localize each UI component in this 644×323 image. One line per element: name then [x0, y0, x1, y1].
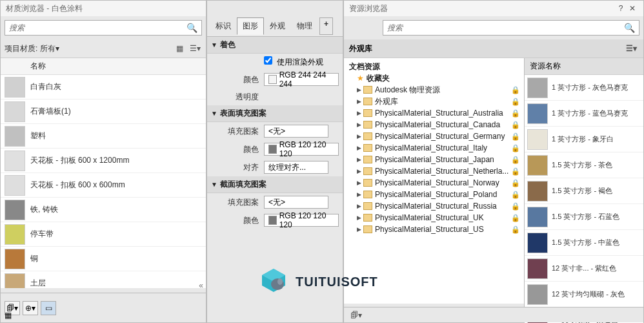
- property-sections: ▼着色 使用渲染外观颜色RGB 244 244 244透明度▼表面填充图案填充图…: [207, 37, 343, 229]
- tree-folder[interactable]: ▶PhysicalMaterial_Structural_Canada🔒: [347, 119, 521, 130]
- chevron-right-icon: ▶: [357, 226, 363, 233]
- material-thumb: [5, 249, 25, 269]
- property-row: 颜色RGB 120 120 120: [207, 211, 343, 229]
- asset-thumb: [527, 207, 548, 227]
- collapse-icon[interactable]: «: [199, 281, 203, 290]
- right-search-box[interactable]: 🔍: [383, 20, 639, 36]
- chevron-right-icon: ▶: [357, 203, 363, 209]
- material-list[interactable]: 白青白灰石膏墙板(1)塑料天花板 - 扣板 600 x 1200mm天花板 - …: [1, 75, 206, 288]
- name-column-header[interactable]: 名称: [30, 61, 46, 72]
- chevron-right-icon: ▶: [357, 145, 363, 151]
- asset-name: 1.5 英寸方形 - 褐色: [552, 186, 612, 196]
- section-header[interactable]: ▼截面填充图案: [207, 176, 343, 193]
- section-title: 截面填充图案: [220, 179, 267, 190]
- library-dropdown-icon[interactable]: 🗐▾: [349, 309, 363, 322]
- view-list-icon[interactable]: ☰▾: [624, 42, 638, 55]
- asset-item[interactable]: 12 英寸均匀顺砌 - 灰色: [525, 282, 643, 307]
- asset-name-header[interactable]: 资源名称: [530, 61, 561, 72]
- property-label: 颜色: [211, 144, 264, 155]
- lock-icon: 🔒: [511, 191, 520, 199]
- asset-item[interactable]: 1.5 英寸方形 - 褐色: [525, 178, 643, 204]
- asset-list-header: 资源名称: [525, 58, 643, 75]
- color-chip[interactable]: RGB 120 120 120: [264, 214, 339, 227]
- tree-folder[interactable]: ▶PhysicalMaterial_Structural_Poland🔒: [347, 189, 521, 200]
- asset-item[interactable]: 1 英寸方形 - 灰色马赛克: [525, 75, 643, 101]
- add-material-icon[interactable]: ⊕▾: [23, 301, 38, 315]
- material-item[interactable]: 铜: [1, 247, 206, 271]
- left-bottom-toolbar: 🗐▾ ⊕▾ ▭: [1, 293, 206, 322]
- material-item[interactable]: 停车带: [1, 222, 206, 247]
- property-label: 颜色: [211, 74, 264, 85]
- tab-标识[interactable]: 标识: [210, 17, 237, 35]
- lock-icon: 🔒: [511, 121, 520, 129]
- chevron-right-icon: ▶: [357, 214, 363, 221]
- grid-layout-icon[interactable]: ▦: [5, 311, 12, 320]
- material-thumb: [5, 175, 25, 196]
- color-value: RGB 120 120 120: [279, 211, 334, 229]
- chevron-right-icon: ▶: [357, 87, 363, 93]
- tree-folder[interactable]: ▶PhysicalMaterial_Structural_Netherla...…: [347, 165, 521, 177]
- section-header[interactable]: ▼表面填充图案: [207, 105, 343, 122]
- asset-item[interactable]: 1.5 英寸方形 - 茶色: [525, 152, 643, 178]
- material-item[interactable]: 白青白灰: [1, 75, 206, 99]
- filter-dropdown-icon[interactable]: ▾: [55, 44, 59, 53]
- asset-item[interactable]: 1.5 英寸方形 - 石蓝色: [525, 204, 643, 230]
- tab-物理[interactable]: 物理: [291, 17, 318, 35]
- color-chip[interactable]: RGB 244 244 244: [264, 73, 339, 86]
- material-thumb: [5, 126, 25, 147]
- material-item[interactable]: 塑料: [1, 124, 206, 149]
- asset-name: 1.5 英寸方形 - 中蓝色: [552, 238, 619, 247]
- right-search-input[interactable]: [387, 23, 624, 32]
- value-chip[interactable]: <无>: [264, 196, 328, 209]
- tree-folder[interactable]: ▶PhysicalMaterial_Structural_Russia🔒: [347, 200, 521, 212]
- help-button[interactable]: ?: [615, 4, 627, 13]
- material-item[interactable]: 铁, 铸铁: [1, 198, 206, 222]
- value-chip[interactable]: <无>: [264, 125, 328, 138]
- material-list-header: 名称: [1, 58, 206, 75]
- tree-folder[interactable]: ▶PhysicalMaterial_Structural_UK🔒: [347, 212, 521, 224]
- asset-item[interactable]: 12 英寸非... - 紫红色: [525, 256, 643, 282]
- color-swatch: [268, 145, 277, 154]
- asset-item[interactable]: 1.5 英寸方形 - 中蓝色: [525, 230, 643, 256]
- view-grid-icon[interactable]: ▦: [172, 42, 186, 55]
- tree-folder[interactable]: ▶PhysicalMaterial_Structural_US🔒: [347, 224, 521, 235]
- folder-name: PhysicalMaterial_Structural_Poland: [375, 190, 511, 199]
- left-titlebar: 材质浏览器 - 白色涂料: [1, 1, 206, 16]
- tree-folder[interactable]: ▶PhysicalMaterial_Structural_Germany🔒: [347, 130, 521, 142]
- asset-list[interactable]: 1 英寸方形 - 灰色马赛克1 英寸方形 - 蓝色马赛克1 英寸方形 - 象牙白…: [525, 75, 643, 323]
- tab-图形[interactable]: 图形: [237, 17, 264, 35]
- color-swatch: [268, 216, 277, 225]
- value-chip[interactable]: 纹理对齐...: [264, 161, 328, 174]
- tab-外观[interactable]: 外观: [264, 17, 291, 35]
- asset-item[interactable]: 1 英寸方形 - 象牙白: [525, 127, 643, 152]
- tree-folder[interactable]: ▶Autodesk 物理资源🔒: [347, 84, 521, 96]
- material-item[interactable]: 天花板 - 扣板 600 x 1200mm: [1, 149, 206, 173]
- folder-icon: [363, 167, 372, 175]
- use-render-checkbox[interactable]: [264, 56, 272, 65]
- color-chip[interactable]: RGB 120 120 120: [264, 143, 339, 156]
- tree-folder[interactable]: ▶PhysicalMaterial_Structural_Australia🔒: [347, 107, 521, 119]
- section-header[interactable]: ▼着色: [207, 37, 343, 54]
- chevron-right-icon: ▶: [357, 191, 363, 198]
- tree-folder[interactable]: ▶外观库🔒: [347, 96, 521, 107]
- material-thumb: [5, 224, 25, 245]
- material-item[interactable]: 土层: [1, 271, 206, 288]
- folder-name: PhysicalMaterial_Structural_Germany: [375, 132, 511, 141]
- tree-root[interactable]: 文档资源: [347, 61, 521, 72]
- close-button[interactable]: ✕: [627, 4, 638, 13]
- view-list-icon[interactable]: ☰▾: [188, 42, 202, 55]
- tree-folder[interactable]: ▶PhysicalMaterial_Structural_Norway🔒: [347, 177, 521, 189]
- open-panel-icon[interactable]: ▭: [41, 301, 56, 315]
- left-search-input[interactable]: [9, 23, 186, 32]
- material-item[interactable]: 石膏墙板(1): [1, 99, 206, 124]
- chevron-right-icon: ▶: [357, 180, 363, 186]
- add-tab-button[interactable]: +: [319, 17, 333, 35]
- material-item[interactable]: 天花板 - 扣板 600 x 600mm: [1, 173, 206, 198]
- tree-folder[interactable]: ▶PhysicalMaterial_Structural_Japan🔒: [347, 154, 521, 165]
- tree-folder[interactable]: ▶PhysicalMaterial_Structural_Italy🔒: [347, 142, 521, 154]
- asset-item[interactable]: 1 英寸方形 - 蓝色马赛克: [525, 101, 643, 127]
- left-search-box[interactable]: 🔍: [5, 20, 202, 36]
- tree-favorites[interactable]: ★收藏夹: [347, 72, 521, 84]
- star-icon: ★: [357, 74, 364, 83]
- checkbox-label[interactable]: 使用渲染外观: [264, 57, 323, 67]
